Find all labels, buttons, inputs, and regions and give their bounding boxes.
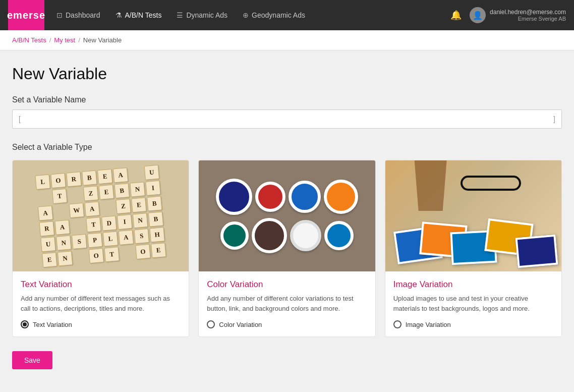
abn-icon: ⚗ bbox=[116, 11, 122, 19]
tile: N bbox=[133, 213, 148, 228]
nav-item-geodynamic-label: Geodynamic Ads bbox=[252, 11, 305, 19]
bracket-right: ] bbox=[551, 115, 557, 123]
notification-bell[interactable]: 🔔 bbox=[450, 10, 462, 21]
tile: O bbox=[51, 173, 66, 188]
tile: R bbox=[66, 172, 81, 187]
navbar: emerse ⊡ Dashboard ⚗ A/B/N Tests ☰ Dynam… bbox=[0, 0, 574, 30]
card-image-radio-label[interactable]: Image Variation bbox=[406, 321, 451, 328]
nav-item-dashboard[interactable]: ⊡ Dashboard bbox=[50, 8, 106, 22]
tile: A bbox=[85, 201, 100, 216]
card-color-radio-label[interactable]: Color Variation bbox=[219, 321, 262, 328]
card-image-radio-row[interactable]: Image Variation bbox=[393, 320, 553, 328]
tile: S bbox=[72, 234, 87, 249]
tile: B bbox=[147, 196, 162, 211]
tile: E bbox=[99, 184, 114, 199]
breadcrumb-current: New Variable bbox=[83, 36, 122, 44]
card-text-title: Text Variation bbox=[21, 279, 181, 290]
tile: A bbox=[38, 205, 53, 220]
nav-item-dynamic-label: Dynamic Ads bbox=[186, 11, 227, 19]
paint-can bbox=[290, 220, 321, 251]
paint-can bbox=[220, 221, 249, 250]
tile bbox=[36, 190, 51, 205]
tile: U bbox=[40, 237, 55, 252]
card-text: L O R B E A U T Z E B N I A bbox=[12, 160, 189, 337]
photo-5 bbox=[515, 235, 558, 268]
card-text-body: Text Variation Add any number of differe… bbox=[13, 271, 189, 337]
breadcrumb-mytest[interactable]: My test bbox=[54, 36, 75, 44]
nav-item-abn[interactable]: ⚗ A/B/N Tests bbox=[109, 8, 168, 22]
card-image-body: Image Variation Upload images to use and… bbox=[385, 271, 561, 337]
tile: L bbox=[103, 231, 118, 246]
tile: E bbox=[42, 252, 57, 267]
variable-name-row: [ ] bbox=[12, 109, 562, 129]
card-image-image bbox=[385, 160, 561, 271]
variable-name-label: Set a Variable Name bbox=[12, 95, 562, 104]
card-color: Color Variation Add any number of differ… bbox=[198, 160, 375, 337]
breadcrumb: A/B/N Tests / My test / New Variable bbox=[12, 36, 562, 44]
tile: T bbox=[52, 188, 67, 203]
logo[interactable]: emerse bbox=[8, 0, 44, 30]
tile: U bbox=[144, 164, 159, 180]
tile: O bbox=[135, 244, 150, 259]
tile: E bbox=[97, 169, 112, 184]
glasses bbox=[461, 176, 521, 191]
breadcrumb-abn[interactable]: A/B/N Tests bbox=[12, 36, 46, 44]
variable-name-input[interactable] bbox=[23, 110, 551, 128]
tile: Z bbox=[83, 186, 98, 201]
tile: I bbox=[117, 214, 132, 229]
tile: E bbox=[151, 243, 166, 258]
tile bbox=[68, 187, 83, 202]
bracket-left: [ bbox=[17, 115, 23, 123]
tile: B bbox=[148, 211, 163, 227]
nav-item-dashboard-label: Dashboard bbox=[66, 11, 100, 19]
page-title: New Variable bbox=[12, 65, 562, 83]
tile: A bbox=[119, 230, 134, 245]
dashboard-icon: ⊡ bbox=[56, 11, 63, 19]
nav-item-dynamic[interactable]: ☰ Dynamic Ads bbox=[170, 8, 234, 22]
main-content: New Variable Set a Variable Name [ ] Sel… bbox=[0, 50, 574, 389]
paint-cans bbox=[199, 172, 375, 260]
card-text-radio[interactable] bbox=[21, 320, 29, 328]
card-color-title: Color Variation bbox=[207, 279, 367, 290]
breadcrumb-sep-1: / bbox=[49, 36, 51, 44]
card-color-desc: Add any number of different color variat… bbox=[207, 294, 367, 313]
user-email: daniel.hedren@emerse.com bbox=[490, 9, 566, 16]
paint-can bbox=[255, 182, 285, 212]
card-text-radio-row[interactable]: Text Variation bbox=[21, 320, 181, 328]
tile: R bbox=[39, 221, 54, 236]
paint-can bbox=[289, 181, 321, 213]
tile: A bbox=[113, 167, 128, 183]
paint-can bbox=[216, 179, 252, 215]
breadcrumb-sep-2: / bbox=[78, 36, 80, 44]
tile: H bbox=[150, 227, 165, 242]
nav-item-geodynamic[interactable]: ⊕ Geodynamic Ads bbox=[237, 8, 311, 22]
breadcrumb-bar: A/B/N Tests / My test / New Variable bbox=[0, 30, 574, 50]
tile: N bbox=[130, 182, 145, 197]
tile: B bbox=[114, 183, 130, 198]
tile bbox=[100, 200, 116, 215]
nav-items: ⊡ Dashboard ⚗ A/B/N Tests ☰ Dynamic Ads … bbox=[50, 8, 450, 22]
card-text-radio-dot bbox=[23, 322, 27, 326]
tile: P bbox=[87, 233, 102, 248]
tile: Z bbox=[116, 198, 131, 213]
paint-can bbox=[324, 221, 354, 250]
card-color-radio-row[interactable]: Color Variation bbox=[207, 320, 367, 328]
card-text-radio-label[interactable]: Text Variation bbox=[33, 321, 72, 328]
tile: W bbox=[69, 202, 84, 217]
card-image-radio[interactable] bbox=[393, 320, 401, 328]
save-button[interactable]: Save bbox=[12, 351, 52, 369]
card-image: Image Variation Upload images to use and… bbox=[385, 160, 562, 337]
select-type-label: Select a Variable Type bbox=[12, 143, 562, 152]
photo-stack bbox=[385, 160, 561, 271]
tile: I bbox=[146, 180, 161, 195]
tile: A bbox=[55, 219, 70, 235]
tile: D bbox=[101, 215, 117, 231]
card-image-title: Image Variation bbox=[393, 279, 553, 290]
card-color-radio[interactable] bbox=[207, 320, 215, 328]
user-menu[interactable]: 👤 daniel.hedren@emerse.com Emerse Sverig… bbox=[470, 7, 566, 23]
logo-text: emerse bbox=[7, 10, 45, 21]
user-company: Emerse Sverige AB bbox=[490, 16, 566, 22]
cards-row: L O R B E A U T Z E B N I A bbox=[12, 160, 562, 337]
card-image-desc: Upload images to use and test in your cr… bbox=[393, 294, 553, 313]
tile bbox=[71, 218, 86, 233]
